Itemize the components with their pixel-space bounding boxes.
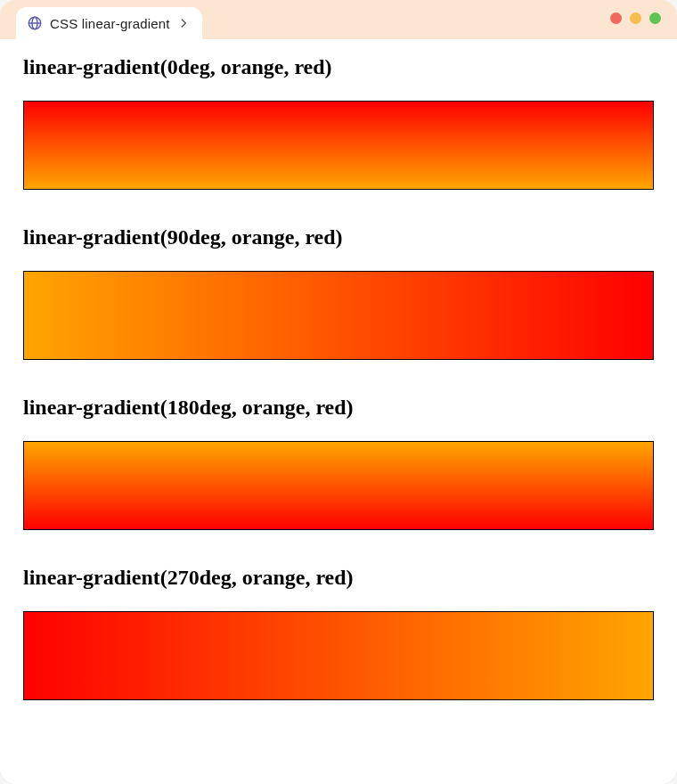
window-minimize-button[interactable]	[630, 12, 641, 24]
example-heading-3: linear-gradient(270deg, orange, red)	[23, 566, 654, 590]
example-heading-1: linear-gradient(90deg, orange, red)	[23, 225, 654, 249]
page-content: linear-gradient(0deg, orange, red) linea…	[0, 39, 677, 700]
browser-window: CSS linear-gradient linear-gradient(0deg…	[0, 0, 677, 784]
example-heading-2: linear-gradient(180deg, orange, red)	[23, 396, 654, 420]
gradient-swatch-1	[23, 271, 654, 360]
gradient-swatch-3	[23, 611, 654, 700]
example-heading-0: linear-gradient(0deg, orange, red)	[23, 55, 654, 79]
globe-icon	[27, 15, 43, 31]
chevron-right-icon	[177, 17, 190, 29]
browser-tab[interactable]: CSS linear-gradient	[16, 7, 202, 39]
window-close-button[interactable]	[610, 12, 622, 24]
titlebar: CSS linear-gradient	[0, 0, 677, 39]
window-controls	[610, 12, 661, 24]
gradient-swatch-2	[23, 441, 654, 530]
gradient-swatch-0	[23, 101, 654, 190]
tab-title: CSS linear-gradient	[50, 16, 170, 31]
window-maximize-button[interactable]	[649, 12, 661, 24]
